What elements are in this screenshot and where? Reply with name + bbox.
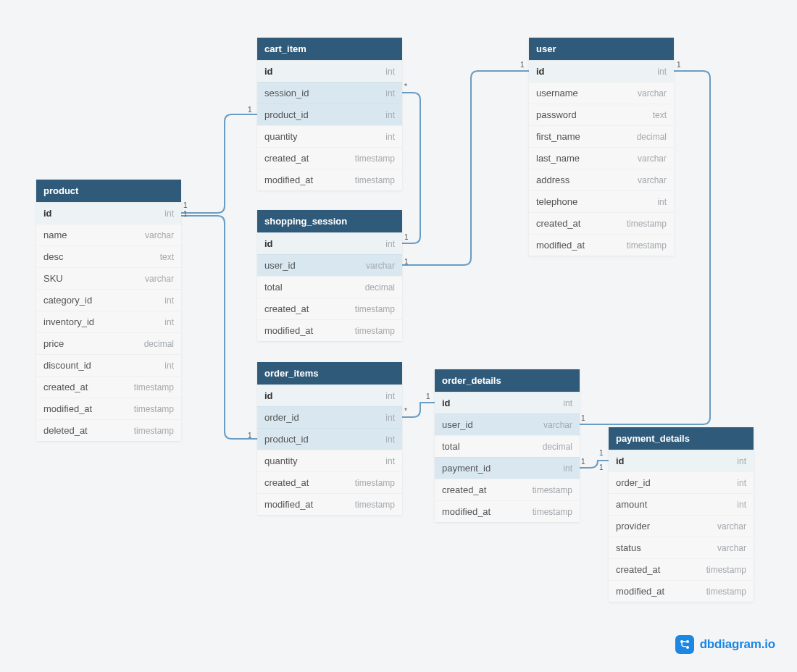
logo-icon (675, 635, 694, 654)
column-row[interactable]: amountint (609, 493, 754, 515)
column-row[interactable]: quantityint (257, 125, 402, 147)
table-cart_item[interactable]: cart_itemidintsession_idintproduct_idint… (257, 38, 402, 190)
column-row[interactable]: session_idint (257, 82, 402, 104)
column-row[interactable]: category_idint (36, 289, 181, 311)
table-header[interactable]: user (529, 38, 674, 60)
column-name: category_id (43, 295, 92, 306)
table-header[interactable]: payment_details (609, 427, 754, 450)
column-type: timestamp (355, 154, 395, 164)
column-row[interactable]: order_idint (609, 471, 754, 493)
column-row[interactable]: statusvarchar (609, 537, 754, 558)
column-type: int (657, 197, 667, 207)
column-row[interactable]: modified_attimestamp (257, 319, 402, 341)
table-header[interactable]: order_details (435, 369, 580, 392)
column-name: modified_at (264, 175, 313, 185)
table-header[interactable]: shopping_session (257, 210, 402, 232)
column-type: decimal (365, 282, 395, 293)
column-type: int (385, 132, 395, 142)
column-name: deleted_at (43, 425, 88, 436)
column-row[interactable]: payment_idint (435, 457, 580, 479)
column-type: text (653, 110, 667, 120)
table-user[interactable]: useridintusernamevarcharpasswordtextfirs… (529, 38, 674, 256)
column-row[interactable]: providervarchar (609, 515, 754, 537)
column-row[interactable]: created_attimestamp (257, 298, 402, 319)
column-row[interactable]: idint (257, 385, 402, 406)
column-type: int (563, 463, 572, 474)
table-shopping_session[interactable]: shopping_sessionidintuser_idvarchartotal… (257, 210, 402, 341)
column-row[interactable]: created_attimestamp (257, 471, 402, 493)
table-header[interactable]: order_items (257, 362, 402, 385)
column-row[interactable]: first_namedecimal (529, 125, 674, 147)
column-type: varchar (638, 88, 667, 98)
table-order_items[interactable]: order_itemsidintorder_idintproduct_idint… (257, 362, 402, 515)
column-row[interactable]: created_attimestamp (529, 212, 674, 234)
column-row[interactable]: idint (609, 450, 754, 471)
column-row[interactable]: telephoneint (529, 190, 674, 212)
column-row[interactable]: modified_attimestamp (257, 493, 402, 515)
column-row[interactable]: user_idvarchar (257, 254, 402, 276)
column-row[interactable]: idint (257, 232, 402, 254)
column-row[interactable]: product_idint (257, 428, 402, 450)
column-name: status (616, 542, 641, 553)
column-row[interactable]: desctext (36, 245, 181, 267)
column-row[interactable]: user_idvarchar (435, 413, 580, 435)
column-row[interactable]: namevarchar (36, 224, 181, 245)
card-label: 1 (426, 392, 430, 400)
column-row[interactable]: totaldecimal (257, 276, 402, 298)
column-row[interactable]: created_attimestamp (609, 558, 754, 580)
column-row[interactable]: last_namevarchar (529, 147, 674, 169)
column-name: id (264, 66, 273, 77)
column-type: timestamp (533, 507, 572, 517)
column-row[interactable]: usernamevarchar (529, 82, 674, 104)
column-row[interactable]: idint (435, 392, 580, 413)
column-row[interactable]: modified_attimestamp (435, 500, 580, 522)
table-order_details[interactable]: order_detailsidintuser_idvarchartotaldec… (435, 369, 580, 522)
column-type: int (164, 295, 174, 306)
column-row[interactable]: SKUvarchar (36, 267, 181, 289)
card-label: 1 (520, 61, 525, 69)
column-row[interactable]: totaldecimal (435, 435, 580, 457)
table-payment_details[interactable]: payment_detailsidintorder_idintamountint… (609, 427, 754, 602)
table-header[interactable]: product (36, 180, 181, 202)
column-type: timestamp (706, 565, 746, 575)
column-row[interactable]: idint (257, 60, 402, 82)
column-row[interactable]: deleted_attimestamp (36, 419, 181, 441)
column-type: varchar (717, 543, 746, 553)
column-name: id (442, 398, 451, 408)
column-row[interactable]: discount_idint (36, 354, 181, 376)
table-header[interactable]: cart_item (257, 38, 402, 60)
table-product[interactable]: productidintnamevarchardesctextSKUvarcha… (36, 180, 181, 441)
column-row[interactable]: created_attimestamp (36, 376, 181, 398)
card-label: 1 (404, 233, 409, 241)
column-name: inventory_id (43, 316, 94, 327)
column-row[interactable]: idint (529, 60, 674, 82)
column-name: created_at (264, 477, 309, 488)
column-name: total (442, 441, 460, 452)
column-row[interactable]: order_idint (257, 406, 402, 428)
column-name: password (536, 109, 577, 120)
column-type: varchar (366, 261, 395, 271)
logo-text: dbdiagram.io (700, 637, 775, 652)
column-name: product_id (264, 434, 309, 445)
column-row[interactable]: pricedecimal (36, 332, 181, 354)
column-row[interactable]: idint (36, 202, 181, 224)
column-row[interactable]: modified_attimestamp (529, 234, 674, 256)
column-row[interactable]: passwordtext (529, 104, 674, 125)
column-name: id (264, 238, 273, 249)
column-row[interactable]: inventory_idint (36, 311, 181, 332)
column-row[interactable]: quantityint (257, 450, 402, 471)
column-row[interactable]: created_attimestamp (435, 479, 580, 500)
column-row[interactable]: created_attimestamp (257, 147, 402, 169)
column-name: id (264, 390, 273, 401)
column-name: name (43, 230, 67, 240)
column-name: id (536, 66, 545, 77)
column-type: timestamp (706, 587, 746, 597)
column-row[interactable]: modified_attimestamp (257, 169, 402, 190)
column-row[interactable]: modified_attimestamp (609, 580, 754, 602)
column-row[interactable]: modified_attimestamp (36, 398, 181, 419)
column-type: int (164, 209, 174, 219)
column-type: int (164, 361, 174, 371)
column-row[interactable]: addressvarchar (529, 169, 674, 190)
card-label: 1 (599, 463, 604, 471)
column-row[interactable]: product_idint (257, 104, 402, 125)
